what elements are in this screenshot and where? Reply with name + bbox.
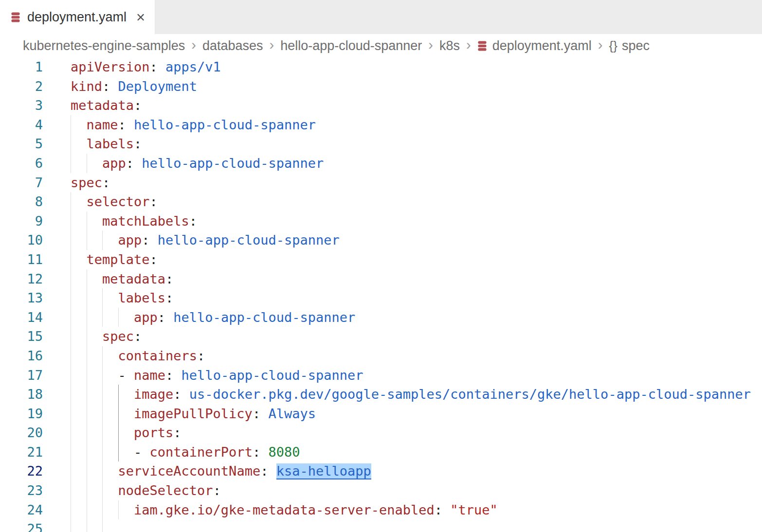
code-line[interactable]: 10 app: hello-app-cloud-spanner [0, 231, 762, 250]
code-line[interactable]: 13 labels: [0, 288, 762, 308]
code-text: iam.gke.io/gke-metadata-server-enabled: … [43, 500, 762, 520]
line-number[interactable]: 10 [0, 231, 43, 250]
chevron-right-icon: › [598, 38, 603, 52]
close-tab-icon[interactable]: × [136, 10, 145, 25]
breadcrumb-item-spec[interactable]: spec [622, 38, 650, 53]
token: : [158, 310, 174, 325]
indent-guide [71, 346, 71, 366]
line-number[interactable]: 22 [0, 461, 43, 481]
code-line[interactable]: 21 - containerPort: 8080 [0, 443, 762, 462]
token: : [134, 329, 142, 344]
selected-token: ksa-helloapp [276, 463, 371, 479]
indent-guide [87, 154, 87, 173]
line-number[interactable]: 6 [0, 154, 43, 173]
code-line[interactable]: 1apiVersion: apps/v1 [0, 57, 762, 77]
code-line[interactable]: 8 selector: [0, 192, 762, 212]
line-number[interactable]: 16 [0, 346, 43, 366]
breadcrumb-item-databases[interactable]: databases [202, 38, 263, 53]
code-text: imagePullPolicy: Always [43, 404, 762, 424]
line-number[interactable]: 13 [0, 288, 43, 308]
indent-guide [102, 288, 103, 308]
indent-guide [71, 366, 71, 385]
token: : [134, 136, 142, 151]
code-line[interactable]: 20 ports: [0, 423, 762, 443]
line-number[interactable]: 3 [0, 96, 43, 115]
code-line[interactable]: 14 app: hello-app-cloud-spanner [0, 308, 762, 327]
tab-deployment-yaml[interactable]: deployment.yaml × [0, 0, 155, 34]
code-text: - containerPort: 8080 [43, 443, 762, 462]
indent-guide [71, 231, 71, 250]
token: metadata [71, 98, 134, 113]
token: 8080 [268, 444, 300, 460]
line-number[interactable]: 18 [0, 385, 43, 404]
code-line[interactable]: 4 name: hello-app-cloud-spanner [0, 115, 762, 135]
symbol-object-icon: {} [609, 38, 617, 53]
line-number[interactable]: 23 [0, 481, 43, 500]
token: : [197, 348, 205, 363]
line-number[interactable]: 12 [0, 269, 43, 289]
code-line[interactable]: 25 [0, 519, 762, 532]
code-line[interactable]: 7spec: [0, 173, 762, 193]
code-text: nodeSelector: [43, 481, 762, 500]
line-number[interactable]: 19 [0, 404, 43, 424]
token: Always [268, 406, 316, 421]
code-text: serviceAccountName: ksa-helloapp [43, 461, 762, 481]
code-line[interactable]: 2kind: Deployment [0, 77, 762, 96]
line-number[interactable]: 14 [0, 308, 43, 327]
token: kind [71, 79, 102, 94]
line-number[interactable]: 25 [0, 519, 43, 532]
breadcrumb-item-deployment-yaml[interactable]: deployment.yaml [492, 38, 592, 53]
line-number[interactable]: 4 [0, 115, 43, 135]
line-number[interactable]: 1 [0, 57, 43, 77]
indent-guide [87, 308, 87, 327]
line-number[interactable]: 15 [0, 327, 43, 346]
token: matchLabels [102, 213, 189, 229]
code-line[interactable]: 24 iam.gke.io/gke-metadata-server-enable… [0, 500, 762, 520]
code-line[interactable]: 11 template: [0, 250, 762, 269]
breadcrumb-item-k8s[interactable]: k8s [439, 38, 460, 53]
indent-guide [71, 192, 71, 212]
token: : [150, 252, 158, 267]
indent-guide [87, 288, 87, 308]
indent-guide [87, 269, 87, 289]
line-number[interactable]: 17 [0, 366, 43, 385]
indent-guide [87, 443, 87, 462]
code-line[interactable]: 3metadata: [0, 96, 762, 115]
code-line[interactable]: 9 matchLabels: [0, 212, 762, 231]
code-text: image: us-docker.pkg.dev/google-samples/… [43, 385, 762, 404]
indent-guide [71, 115, 71, 135]
code-line[interactable]: 15 spec: [0, 327, 762, 346]
line-number[interactable]: 21 [0, 443, 43, 462]
indent-guide [71, 288, 71, 308]
code-line[interactable]: 23 nodeSelector: [0, 481, 762, 500]
line-number[interactable]: 5 [0, 134, 43, 154]
token: image [134, 387, 173, 402]
tab-title: deployment.yaml [27, 10, 127, 25]
code-line[interactable]: 19 imagePullPolicy: Always [0, 404, 762, 424]
code-line[interactable]: 22 serviceAccountName: ksa-helloapp [0, 461, 762, 481]
token: containerPort [150, 444, 253, 460]
token: us-docker.pkg.dev/google-samples/contain… [189, 387, 751, 402]
breadcrumb-item-hello-app-cloud-spanner[interactable]: hello-app-cloud-spanner [280, 38, 422, 53]
token: imagePullPolicy [134, 406, 253, 421]
line-number[interactable]: 11 [0, 250, 43, 269]
code-line[interactable]: 12 metadata: [0, 269, 762, 289]
line-number[interactable]: 2 [0, 77, 43, 96]
line-number[interactable]: 8 [0, 192, 43, 212]
code-line[interactable]: 17 - name: hello-app-cloud-spanner [0, 366, 762, 385]
code-line[interactable]: 18 image: us-docker.pkg.dev/google-sampl… [0, 385, 762, 404]
code-text: apiVersion: apps/v1 [43, 57, 762, 77]
line-number[interactable]: 7 [0, 173, 43, 193]
code-line[interactable]: 6 app: hello-app-cloud-spanner [0, 154, 762, 173]
code-line[interactable]: 16 containers: [0, 346, 762, 366]
indent-guide [71, 250, 71, 269]
breadcrumb-item-kubernetes-engine-samples[interactable]: kubernetes-engine-samples [23, 38, 185, 53]
line-number[interactable]: 24 [0, 500, 43, 520]
indent-guide [71, 423, 71, 443]
token: : [150, 194, 158, 209]
code-editor[interactable]: 1apiVersion: apps/v12kind: Deployment3me… [0, 57, 762, 532]
line-number[interactable]: 9 [0, 212, 43, 231]
code-line[interactable]: 5 labels: [0, 134, 762, 154]
token: : [173, 387, 189, 402]
line-number[interactable]: 20 [0, 423, 43, 443]
